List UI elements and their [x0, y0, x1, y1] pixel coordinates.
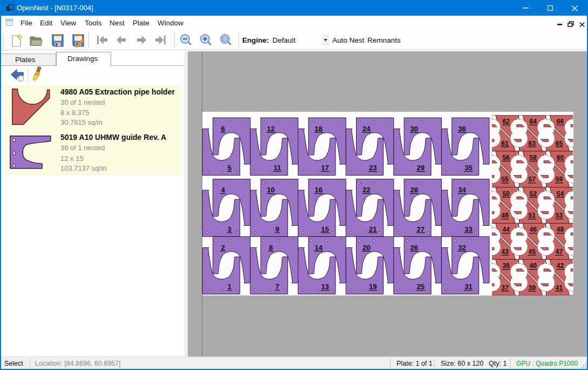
- svg-text:42: 42: [557, 262, 564, 270]
- svg-text:48: 48: [557, 226, 564, 233]
- svg-text:54: 54: [557, 190, 564, 198]
- svg-text:26: 26: [411, 244, 418, 252]
- svg-text:66: 66: [557, 118, 564, 125]
- svg-text:24: 24: [363, 125, 371, 133]
- svg-text:21: 21: [369, 225, 377, 233]
- svg-text:53: 53: [556, 212, 563, 219]
- svg-text:5: 5: [228, 164, 231, 172]
- svg-text:62: 62: [502, 118, 510, 125]
- svg-text:17: 17: [321, 164, 329, 172]
- svg-text:34: 34: [458, 186, 466, 194]
- svg-text:55: 55: [501, 176, 509, 183]
- svg-text:44: 44: [502, 226, 510, 233]
- svg-text:64: 64: [530, 118, 537, 125]
- svg-text:52: 52: [530, 190, 537, 198]
- svg-text:3: 3: [228, 225, 231, 233]
- svg-text:40: 40: [530, 262, 537, 270]
- svg-text:7: 7: [275, 282, 279, 291]
- svg-text:29: 29: [417, 164, 425, 172]
- svg-text:33: 33: [464, 225, 472, 233]
- svg-text:11: 11: [274, 164, 281, 172]
- svg-text:27: 27: [417, 225, 425, 233]
- svg-text:43: 43: [501, 248, 509, 255]
- svg-text:28: 28: [411, 186, 418, 194]
- svg-text:10: 10: [267, 186, 275, 194]
- svg-text:6: 6: [221, 125, 225, 133]
- svg-text:58: 58: [530, 154, 537, 162]
- svg-text:51: 51: [529, 212, 536, 219]
- svg-text:9: 9: [275, 225, 279, 233]
- svg-text:15: 15: [321, 225, 329, 233]
- svg-text:30: 30: [411, 125, 418, 133]
- svg-text:20: 20: [363, 244, 370, 252]
- svg-text:13: 13: [321, 282, 329, 291]
- svg-text:23: 23: [369, 164, 377, 172]
- svg-text:35: 35: [464, 164, 472, 172]
- svg-text:8: 8: [269, 244, 272, 252]
- svg-text:41: 41: [556, 284, 563, 292]
- svg-text:32: 32: [458, 244, 466, 252]
- svg-text:2: 2: [221, 244, 225, 252]
- svg-text:14: 14: [314, 244, 323, 252]
- svg-text:31: 31: [464, 282, 472, 291]
- svg-text:46: 46: [530, 226, 537, 233]
- svg-text:57: 57: [529, 176, 536, 183]
- svg-text:65: 65: [556, 140, 563, 147]
- svg-text:50: 50: [502, 190, 510, 198]
- svg-text:60: 60: [557, 154, 564, 162]
- svg-text:22: 22: [363, 186, 370, 194]
- svg-text:19: 19: [369, 282, 377, 291]
- svg-text:59: 59: [556, 176, 563, 183]
- svg-text:63: 63: [529, 140, 536, 147]
- svg-text:4: 4: [221, 186, 225, 194]
- svg-text:47: 47: [556, 248, 563, 255]
- svg-text:45: 45: [529, 248, 536, 255]
- svg-text:1: 1: [228, 282, 231, 291]
- svg-text:56: 56: [502, 154, 510, 162]
- svg-text:61: 61: [501, 140, 509, 147]
- svg-text:39: 39: [529, 284, 536, 292]
- svg-text:16: 16: [314, 186, 322, 194]
- svg-text:18: 18: [314, 125, 322, 133]
- svg-text:36: 36: [458, 125, 466, 133]
- svg-text:12: 12: [267, 125, 275, 133]
- svg-text:49: 49: [501, 212, 509, 219]
- svg-text:38: 38: [502, 262, 510, 270]
- svg-text:25: 25: [417, 282, 425, 291]
- svg-text:37: 37: [501, 284, 509, 292]
